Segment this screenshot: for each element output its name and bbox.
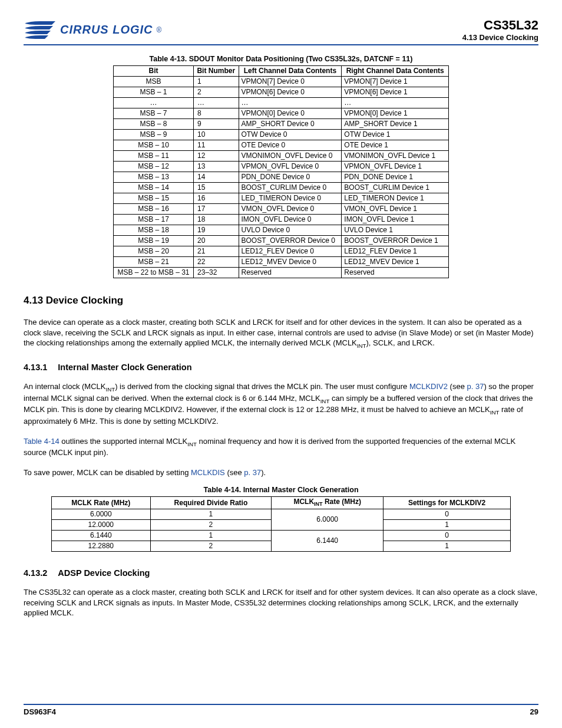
table-row: MSB – 1516LED_TIMERON Device 0LED_TIMERO…: [114, 193, 449, 204]
table-cell: VPMON[7] Device 0: [239, 77, 342, 87]
table-cell: 1: [194, 77, 239, 87]
table-row: MSB – 1011OTE Device 0OTE Device 1: [114, 140, 449, 151]
table-cell: MSB – 14: [114, 183, 194, 193]
table-cell: 8: [194, 108, 239, 119]
table-cell: MSB – 11: [114, 151, 194, 162]
footer-doc-id: DS963F4: [24, 707, 56, 716]
table-cell: VPMON_OVFL Device 1: [342, 162, 449, 172]
table-cell: LED12_FLEV Device 1: [342, 246, 449, 257]
sub1-para-3: To save power, MCLK can be disabled by s…: [24, 467, 538, 478]
table-cell: 23–32: [194, 268, 239, 278]
table-cell: MSB – 9: [114, 130, 194, 140]
link-mclkdis[interactable]: MCLKDIS: [191, 468, 225, 477]
table-4-13-caption: Table 4-13. SDOUT Monitor Data Positioni…: [24, 55, 538, 63]
table-cell: 2: [194, 87, 239, 98]
table-cell: LED12_FLEV Device 0: [239, 246, 342, 257]
t2-h3: Settings for MCLKDIV2: [384, 497, 511, 509]
table-cell: …: [239, 98, 342, 108]
table-cell: …: [342, 98, 449, 108]
page-header: CIRRUS LOGIC® CS35L32 4.13 Device Clocki…: [24, 18, 538, 45]
table-cell: 16: [194, 193, 239, 204]
table-cell: 17: [194, 204, 239, 215]
table-cell: 13: [194, 162, 239, 172]
table-cell: OTW Device 1: [342, 130, 449, 140]
table-cell: MSB – 19: [114, 236, 194, 246]
table-cell: Reserved: [342, 268, 449, 278]
table-cell: BOOST_CURLIM Device 1: [342, 183, 449, 193]
subsection-number: 4.13.2: [24, 568, 47, 578]
link-mclkdiv2[interactable]: MCLKDIV2: [409, 382, 448, 391]
table-cell: MSB – 12: [114, 162, 194, 172]
table-row: MSB – 1819UVLO Device 0UVLO Device 1: [114, 225, 449, 236]
table-cell: MSB – 1: [114, 87, 194, 98]
table-cell: VMON_OVFL Device 1: [342, 204, 449, 215]
link-p37-b[interactable]: p. 37: [244, 468, 261, 477]
subsection-number: 4.13.1: [24, 363, 47, 372]
table-cell: 1: [150, 531, 272, 541]
table-cell: 1: [384, 541, 511, 552]
table-cell: 12.2880: [52, 541, 151, 552]
table-cell: 0: [384, 531, 511, 541]
table-cell: MSB – 8: [114, 119, 194, 130]
table-cell: MSB – 13: [114, 172, 194, 183]
table-cell: VPMON[7] Device 1: [342, 77, 449, 87]
table-cell: …: [194, 98, 239, 108]
link-table-4-14[interactable]: Table 4-14: [24, 437, 59, 446]
section-title: Device Clocking: [46, 295, 123, 306]
table-cell: 6.0000: [272, 509, 384, 531]
logo-text: CIRRUS LOGIC: [60, 23, 153, 37]
subsection-title: Internal Master Clock Generation: [58, 363, 191, 372]
table-cell: BOOST_CURLIM Device 0: [239, 183, 342, 193]
table-cell: MSB – 15: [114, 193, 194, 204]
table-cell: MSB – 21: [114, 257, 194, 268]
table-cell: 1: [384, 520, 511, 531]
table-cell: LED_TIMERON Device 0: [239, 193, 342, 204]
table-cell: OTE Device 0: [239, 140, 342, 151]
table-cell: MSB – 22 to MSB – 31: [114, 268, 194, 278]
table-cell: VMONIMON_OVFL Device 0: [239, 151, 342, 162]
table-cell: OTE Device 1: [342, 140, 449, 151]
table-cell: UVLO Device 1: [342, 225, 449, 236]
table-row: MSB – 22 to MSB – 3123–32ReservedReserve…: [114, 268, 449, 278]
footer-page-number: 29: [530, 707, 538, 716]
table-cell: …: [114, 98, 194, 108]
table-row: MSB – 1718IMON_OVFL Device 0IMON_OVFL De…: [114, 215, 449, 225]
table-cell: 14: [194, 172, 239, 183]
table-row: MSB – 910OTW Device 0OTW Device 1: [114, 130, 449, 140]
table-cell: 0: [384, 509, 511, 520]
table-row: …………: [114, 98, 449, 108]
table-row: MSB – 78VPMON[0] Device 0VPMON[0] Device…: [114, 108, 449, 119]
subsection-4-13-1-heading: 4.13.1Internal Master Clock Generation: [24, 363, 538, 372]
table-cell: VPMON[6] Device 1: [342, 87, 449, 98]
table-cell: BOOST_OVERROR Device 1: [342, 236, 449, 246]
table-row: 6.000016.00000: [52, 509, 511, 520]
table-row: MSB1VPMON[7] Device 0VPMON[7] Device 1: [114, 77, 449, 87]
table-cell: 12.0000: [52, 520, 151, 531]
table-cell: LED12_MVEV Device 1: [342, 257, 449, 268]
table-row: MSB – 1415BOOST_CURLIM Device 0BOOST_CUR…: [114, 183, 449, 193]
table-cell: VPMON[0] Device 1: [342, 108, 449, 119]
table-4-14: MCLK Rate (MHz) Required Divide Ratio MC…: [51, 496, 511, 552]
table-row: MSB – 2122LED12_MVEV Device 0LED12_MVEV …: [114, 257, 449, 268]
table-cell: PDN_DONE Device 1: [342, 172, 449, 183]
table-cell: MSB – 16: [114, 204, 194, 215]
table-cell: 21: [194, 246, 239, 257]
table-cell: MSB – 17: [114, 215, 194, 225]
header-section-label: 4.13 Device Clocking: [462, 33, 538, 42]
chip-name: CS35L32: [462, 18, 538, 33]
table-cell: Reserved: [239, 268, 342, 278]
table-cell: IMON_OVFL Device 0: [239, 215, 342, 225]
table-cell: MSB – 7: [114, 108, 194, 119]
table-cell: IMON_OVFL Device 1: [342, 215, 449, 225]
table-cell: BOOST_OVERROR Device 0: [239, 236, 342, 246]
table-row: MSB – 89AMP_SHORT Device 0AMP_SHORT Devi…: [114, 119, 449, 130]
table-cell: MSB – 10: [114, 140, 194, 151]
table-row: MSB – 2021LED12_FLEV Device 0LED12_FLEV …: [114, 246, 449, 257]
table-4-13: BitBit NumberLeft Channel Data ContentsR…: [113, 65, 449, 278]
page-footer: DS963F4 29: [24, 704, 538, 716]
table-4-14-caption: Table 4-14. Internal Master Clock Genera…: [24, 486, 538, 494]
table-row: MSB – 1112VMONIMON_OVFL Device 0VMONIMON…: [114, 151, 449, 162]
section-number: 4.13: [24, 295, 43, 306]
link-p37-a[interactable]: p. 37: [467, 382, 484, 391]
table-cell: AMP_SHORT Device 0: [239, 119, 342, 130]
